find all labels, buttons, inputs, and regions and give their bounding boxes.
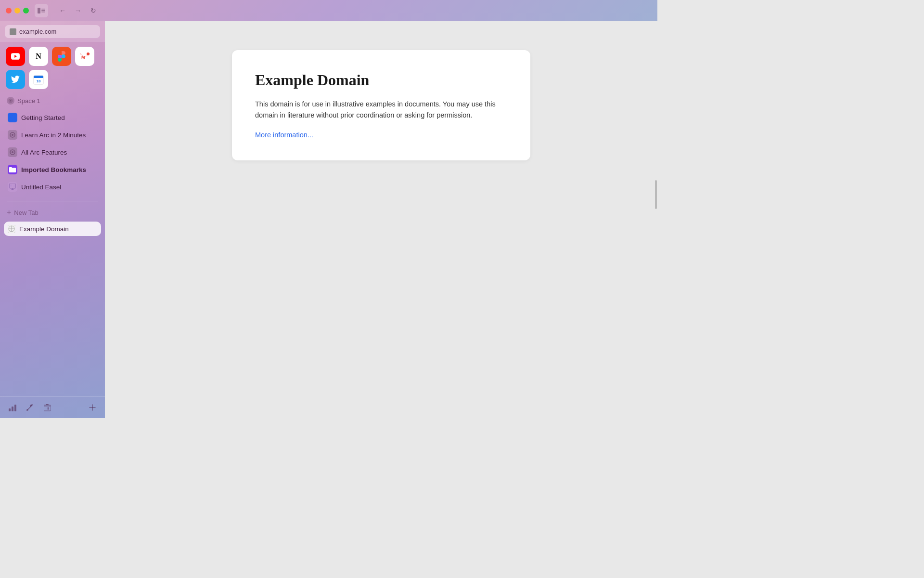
- pinned-tabs-row: N M: [0, 42, 105, 94]
- svg-rect-3: [41, 12, 45, 13]
- sidebar-item-untitled-easel[interactable]: Untitled Easel: [4, 179, 101, 195]
- favicon-icon: [10, 28, 16, 35]
- plus-icon: +: [7, 208, 11, 217]
- new-tab-button[interactable]: + New Tab: [7, 208, 98, 217]
- forward-button[interactable]: →: [71, 4, 85, 17]
- url-text: example.com: [19, 28, 56, 35]
- svg-rect-30: [9, 408, 11, 411]
- close-button[interactable]: [6, 8, 12, 13]
- traffic-lights: [6, 8, 29, 13]
- pinned-tab-notion[interactable]: N: [29, 47, 48, 66]
- svg-rect-2: [41, 10, 45, 11]
- active-tabs-area: Example Domain: [0, 220, 105, 238]
- svg-point-14: [10, 100, 12, 102]
- svg-rect-34: [29, 404, 32, 407]
- space-name: Space 1: [17, 97, 40, 105]
- imported-bookmarks-icon: [8, 165, 17, 174]
- svg-point-8: [87, 53, 90, 55]
- learn-arc-icon: [8, 130, 17, 140]
- nav-controls: ← → ↻: [56, 4, 100, 17]
- getting-started-icon: [8, 113, 17, 122]
- svg-rect-25: [13, 186, 15, 187]
- nav-items: Getting Started Learn Arc in 2 Minutes: [0, 107, 105, 197]
- minimize-button[interactable]: [14, 8, 20, 13]
- sidebar: example.com N: [0, 21, 105, 418]
- svg-point-33: [26, 409, 28, 411]
- active-tab-label: Example Domain: [19, 225, 69, 233]
- sidebar-bottom-toolbar: [0, 396, 105, 418]
- reload-button[interactable]: ↻: [87, 4, 100, 17]
- svg-rect-24: [13, 184, 15, 185]
- getting-started-label: Getting Started: [21, 114, 65, 121]
- all-arc-icon: [8, 147, 17, 157]
- content-card: Example Domain This domain is for use in…: [232, 50, 530, 160]
- stats-button[interactable]: [7, 402, 18, 413]
- brush-button[interactable]: [24, 402, 36, 413]
- back-button[interactable]: ←: [56, 4, 69, 17]
- svg-rect-11: [34, 77, 43, 78]
- sidebar-item-getting-started[interactable]: Getting Started: [4, 109, 101, 126]
- svg-rect-0: [38, 8, 40, 13]
- pinned-tab-youtube[interactable]: [6, 47, 25, 66]
- svg-rect-36: [46, 404, 49, 405]
- space-icon: [7, 97, 14, 105]
- address-bar[interactable]: example.com: [5, 25, 100, 38]
- all-arc-features-label: All Arc Features: [21, 149, 67, 156]
- learn-arc-label: Learn Arc in 2 Minutes: [21, 131, 86, 139]
- pinned-tab-calendar[interactable]: 18: [29, 70, 48, 89]
- svg-rect-1: [41, 9, 45, 10]
- sidebar-item-learn-arc[interactable]: Learn Arc in 2 Minutes: [4, 127, 101, 143]
- active-tab-favicon: [8, 225, 15, 233]
- new-tab-section: + New Tab: [0, 205, 105, 220]
- sidebar-divider: [7, 201, 98, 201]
- scrollbar-track[interactable]: [654, 21, 657, 418]
- svg-text:M: M: [81, 55, 85, 60]
- scrollbar-thumb[interactable]: [655, 180, 657, 209]
- svg-text:18: 18: [37, 79, 41, 83]
- pinned-tab-gmail[interactable]: M: [75, 47, 94, 66]
- content-area: Example Domain This domain is for use in…: [105, 21, 657, 418]
- sidebar-toggle-button[interactable]: [35, 4, 48, 17]
- page-body: This domain is for use in illustrative e…: [255, 99, 507, 121]
- svg-rect-31: [12, 407, 13, 411]
- page-title: Example Domain: [255, 71, 507, 89]
- more-info-link[interactable]: More information...: [255, 131, 313, 139]
- active-tab-example-domain[interactable]: Example Domain: [4, 222, 101, 236]
- svg-point-17: [12, 134, 13, 136]
- title-bar: ← → ↻: [0, 0, 657, 21]
- maximize-button[interactable]: [23, 8, 29, 13]
- add-button[interactable]: [87, 402, 98, 413]
- untitled-easel-icon: [8, 182, 17, 192]
- sidebar-item-all-arc-features[interactable]: All Arc Features: [4, 144, 101, 160]
- svg-point-15: [11, 116, 15, 120]
- untitled-easel-label: Untitled Easel: [21, 184, 61, 191]
- new-tab-label: New Tab: [14, 209, 38, 216]
- svg-rect-32: [14, 405, 16, 411]
- pinned-tab-twitter[interactable]: [6, 70, 25, 89]
- svg-rect-23: [10, 184, 12, 186]
- address-bar-container: example.com: [0, 21, 105, 42]
- main-area: example.com N: [0, 21, 657, 418]
- imported-bookmarks-label: Imported Bookmarks: [21, 166, 86, 173]
- sidebar-spacer: [0, 238, 105, 396]
- space-section: Space 1: [0, 94, 105, 107]
- svg-point-19: [12, 151, 13, 153]
- pinned-tab-figma[interactable]: [52, 47, 71, 66]
- trash-button[interactable]: [41, 402, 53, 413]
- sidebar-item-imported-bookmarks[interactable]: Imported Bookmarks: [4, 161, 101, 178]
- space-label[interactable]: Space 1: [7, 97, 98, 105]
